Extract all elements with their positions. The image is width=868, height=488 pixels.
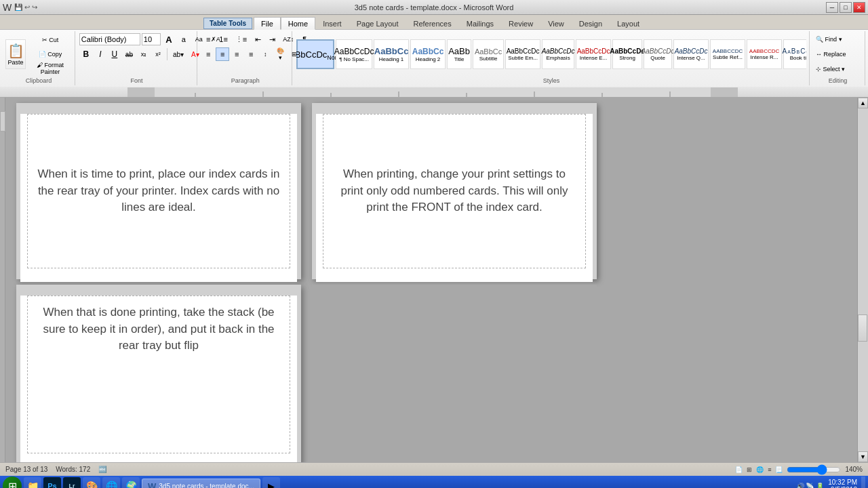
select-button[interactable]: ⊹ Select ▾ xyxy=(812,62,863,76)
style-heading1[interactable]: AaBbCc Heading 1 xyxy=(374,39,409,69)
tab-design[interactable]: Design xyxy=(572,17,610,30)
numbering-button[interactable]: 1≡ xyxy=(216,33,231,46)
ruler xyxy=(0,87,868,98)
word-icon: W xyxy=(3,2,12,13)
minimize-button[interactable]: ─ xyxy=(826,2,838,13)
tab-file[interactable]: File xyxy=(254,17,281,30)
decrease-indent-button[interactable]: ⇤ xyxy=(251,33,264,46)
view-outline-icon[interactable]: ≡ xyxy=(768,466,771,473)
subscript-button[interactable]: x₂ xyxy=(137,47,151,61)
font-group: A a Aa ✗A B I U ab x₂ x² ab▾ A▾ Font xyxy=(77,31,197,85)
empty-card-area xyxy=(312,285,597,462)
paste-button[interactable]: 📋 Paste xyxy=(5,39,26,69)
paragraph-group: ≡ 1≡ ⋮≡ ⇤ ⇥ AZ↕ ¶ ≡ ≡ ≡ ≡ ↕ 🎨▾ ⊞▾ Paragr… xyxy=(199,31,292,85)
word-count: Words: 172 xyxy=(56,466,90,473)
section-break-marker[interactable] xyxy=(0,111,5,131)
view-draft-icon[interactable]: 📃 xyxy=(775,466,783,473)
strikethrough-button[interactable]: ab xyxy=(122,47,136,61)
page-card-2: When printing, change your print setting… xyxy=(312,103,597,279)
language-indicator: 🔤 xyxy=(98,466,106,473)
taskbar-lightroom-icon[interactable]: Lr xyxy=(63,477,81,488)
copy-button[interactable]: 📄 Copy xyxy=(28,47,72,61)
style-no-space[interactable]: AaBbCcDc ¶ No Spac... xyxy=(336,39,372,69)
left-margin-indicator xyxy=(0,98,5,462)
align-right-button[interactable]: ≡ xyxy=(230,47,243,61)
svg-rect-0 xyxy=(127,87,738,97)
svg-rect-2 xyxy=(711,87,738,97)
maximize-button[interactable]: □ xyxy=(840,2,852,13)
tab-table-tools[interactable]: Table Tools xyxy=(203,18,252,29)
taskbar-vlc-icon[interactable]: ▶ xyxy=(262,477,280,488)
scroll-down-button[interactable]: ▼ xyxy=(858,451,868,462)
style-intense-r[interactable]: AaBbCcDc Intense R... xyxy=(747,39,782,69)
shrink-font-button[interactable]: a xyxy=(177,33,191,46)
taskbar: ⊞ 📁 Ps Lr 🎨 🌐 🌍 W 3d5 note cards - templ… xyxy=(0,476,868,488)
align-left-button[interactable]: ≡ xyxy=(201,47,215,61)
style-intense-q[interactable]: AaBbCcDc Intense Q... xyxy=(673,39,709,69)
start-button[interactable]: ⊞ xyxy=(3,476,22,488)
index-card-1: When it is time to print, place our inde… xyxy=(27,114,290,268)
card-1-text: When it is time to print, place our inde… xyxy=(36,166,281,216)
close-button[interactable]: ✕ xyxy=(853,2,865,13)
view-web-icon[interactable]: 🌐 xyxy=(756,466,764,473)
tab-page-layout[interactable]: Page Layout xyxy=(349,17,406,30)
style-quote[interactable]: AaBbCcDc Quote xyxy=(644,39,672,69)
style-heading2[interactable]: AaBbCc Heading 2 xyxy=(410,39,446,69)
style-subtle-ref[interactable]: AaBbCcDc Subtle Ref... xyxy=(710,39,745,69)
page-card-3: When that is done printing, take the sta… xyxy=(16,285,301,462)
text-highlight-button[interactable]: ab▾ xyxy=(170,47,187,61)
view-full-icon[interactable]: ⊞ xyxy=(747,466,752,473)
zoom-slider[interactable] xyxy=(787,466,841,473)
find-button[interactable]: 🔍 Find ▾ xyxy=(812,33,863,46)
grow-font-button[interactable]: A xyxy=(162,33,176,46)
superscript-button[interactable]: x² xyxy=(151,47,165,61)
style-emphasis[interactable]: AaBbCcDc Emphasis xyxy=(542,39,574,69)
replace-button[interactable]: ↔ Replace xyxy=(812,47,863,61)
style-book-title[interactable]: AaBbCcDc Book title xyxy=(783,39,806,69)
view-print-icon[interactable]: 📄 xyxy=(735,466,743,473)
tab-insert[interactable]: Insert xyxy=(315,17,349,30)
style-subtle-em[interactable]: AaBbCcDc Subtle Em... xyxy=(505,39,540,69)
card-3-container: When that is done printing, take the sta… xyxy=(20,296,297,462)
bullets-button[interactable]: ≡ xyxy=(201,33,215,46)
index-card-3: When that is done printing, take the sta… xyxy=(27,296,290,453)
justify-button[interactable]: ≡ xyxy=(244,47,258,61)
show-desktop-button[interactable] xyxy=(861,476,865,488)
tab-home[interactable]: Home xyxy=(281,17,315,30)
quick-access: 💾 ↩ ↪ xyxy=(14,3,37,11)
taskbar-photoshop-icon[interactable]: Ps xyxy=(43,477,61,488)
format-painter-button[interactable]: 🖌 Format Painter xyxy=(28,62,72,75)
underline-button[interactable]: U xyxy=(108,47,121,61)
increase-indent-button[interactable]: ⇥ xyxy=(265,33,279,46)
taskbar-firefox-icon[interactable]: 🌐 xyxy=(102,477,120,488)
tab-review[interactable]: Review xyxy=(501,17,540,30)
style-subtitle[interactable]: AaBbCc Subtitle xyxy=(473,39,504,69)
cut-button[interactable]: ✂ Cut xyxy=(28,33,72,47)
multilevel-button[interactable]: ⋮≡ xyxy=(232,33,250,46)
taskbar-chrome-icon[interactable]: 🌍 xyxy=(122,477,140,488)
taskbar-paint-icon[interactable]: 🎨 xyxy=(83,477,100,488)
font-name-input[interactable] xyxy=(79,33,140,45)
style-normal[interactable]: AaBbCcDc ¶ Normal xyxy=(296,39,334,69)
tab-mailings[interactable]: Mailings xyxy=(459,17,501,30)
scrollbar-track[interactable] xyxy=(858,108,868,451)
line-spacing-button[interactable]: ↕ xyxy=(258,47,272,61)
style-title[interactable]: AaBb Title xyxy=(447,39,471,69)
taskbar-left: ⊞ 📁 Ps Lr 🎨 🌐 🌍 W 3d5 note cards - templ… xyxy=(3,476,280,488)
style-intense-em[interactable]: AaBbCcDc Intense E... xyxy=(576,39,611,69)
scroll-up-button[interactable]: ▲ xyxy=(858,98,868,108)
bold-button[interactable]: B xyxy=(79,47,93,61)
style-strong[interactable]: AaBbCcDc Strong xyxy=(612,39,642,69)
font-size-input[interactable] xyxy=(142,33,161,45)
shading-button[interactable]: 🎨▾ xyxy=(273,47,288,61)
taskbar-word-task[interactable]: W 3d5 note cards - template.doc... xyxy=(142,479,260,488)
italic-button[interactable]: I xyxy=(94,47,107,61)
tab-view[interactable]: View xyxy=(540,17,572,30)
card-2-container: When printing, change your print setting… xyxy=(316,114,593,282)
scrollbar-thumb[interactable] xyxy=(858,314,867,342)
tab-references[interactable]: References xyxy=(406,17,458,30)
tab-layout[interactable]: Layout xyxy=(610,17,647,30)
taskbar-explorer[interactable]: 📁 xyxy=(24,477,41,488)
align-center-button[interactable]: ≡ xyxy=(216,47,229,61)
vertical-scrollbar[interactable]: ▲ ▼ xyxy=(857,98,868,462)
